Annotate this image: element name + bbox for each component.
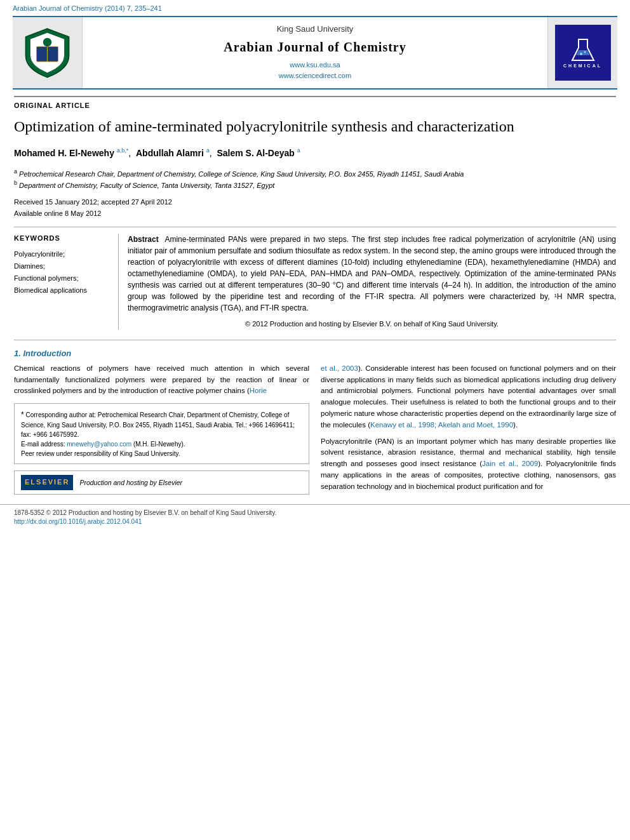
keywords-box: KEYWORDS Polyacrylonitrile; Diamines; Fu…: [14, 234, 119, 330]
header-banner: ١٣٧٧ King Saud University Arabian Journa…: [13, 16, 617, 89]
journal-urls: www.ksu.edu.sa www.sciencedirect.com: [279, 60, 351, 82]
intro-right-para1: et al., 2003). Considerable interest has…: [321, 363, 616, 431]
copyright-line: © 2012 Production and hosting by Elsevie…: [128, 319, 616, 330]
keywords-title: KEYWORDS: [14, 234, 109, 243]
author-3-sup: a: [297, 147, 300, 154]
footnote-box: * Corresponding author at: Petrochemical…: [14, 403, 309, 464]
abstract-text: Amine-terminated PANs were prepared in t…: [128, 235, 616, 312]
body-columns: Chemical reactions of polymers have rece…: [14, 363, 616, 498]
content-area: ORIGINAL ARTICLE Optimization of amine-t…: [0, 90, 630, 504]
keywords-list: Polyacrylonitrile; Diamines; Functional …: [14, 248, 109, 296]
footnote-email: E-mail address: mnewehy@yahoo.com (M.H. …: [21, 439, 302, 449]
ksu-logo-left: ١٣٧٧: [13, 17, 83, 88]
intro-left-para: Chemical reactions of polymers have rece…: [14, 363, 309, 397]
abstract-content: Abstract Amine-terminated PANs were prep…: [128, 234, 616, 330]
intro-heading: 1. Introduction: [14, 348, 616, 359]
chemical-logo-right: CHEMICAL: [547, 17, 617, 88]
elsevier-logo: ELSEVIER: [21, 475, 73, 490]
kw-4: Biomedical applications: [14, 286, 87, 294]
url2[interactable]: www.sciencedirect.com: [279, 72, 351, 79]
elsevier-box: ELSEVIER Production and hosting by Elsev…: [14, 470, 309, 494]
author-3: Salem S. Al-Deyab: [217, 148, 294, 158]
abstract-section: KEYWORDS Polyacrylonitrile; Diamines; Fu…: [14, 227, 616, 330]
chemical-text: CHEMICAL: [563, 63, 602, 69]
kw-2: Diamines;: [14, 262, 45, 270]
col-right: et al., 2003). Considerable interest has…: [321, 363, 616, 498]
svg-marker-6: [576, 50, 590, 55]
affiliations: a Petrochemical Research Chair, Departme…: [14, 168, 616, 190]
footer-doi[interactable]: http://dx.doi.org/10.1016/j.arabjc.2012.…: [14, 518, 142, 525]
journal-link[interactable]: Arabian Journal of Chemistry (2014) 7, 2…: [0, 0, 630, 16]
available-date: Available online 8 May 2012: [14, 210, 101, 217]
dates: Received 15 January 2012; accepted 27 Ap…: [14, 197, 616, 219]
col-left: Chemical reactions of polymers have rece…: [14, 363, 309, 498]
footnote-peer: Peer review under responsibility of King…: [21, 449, 302, 458]
url1[interactable]: www.ksu.edu.sa: [290, 61, 340, 69]
abstract-bottom-divider: [14, 340, 616, 340]
header-center: King Saud University Arabian Journal of …: [83, 17, 547, 88]
footer-issn: 1878-5352 © 2012 Production and hosting …: [14, 509, 616, 517]
article-type-label: ORIGINAL ARTICLE: [14, 96, 616, 110]
elsevier-logo-text: ELSEVIER: [25, 477, 69, 487]
ref-horie: Horie: [250, 387, 267, 394]
ref-etal-2003: et al., 2003: [321, 364, 358, 372]
authors-line: Mohamed H. El-Newehy a,b,*, Abdullah Ala…: [14, 147, 616, 159]
svg-point-8: [584, 51, 586, 53]
article-title: Optimization of amine-terminated polyacr…: [14, 117, 616, 137]
intro-right-para2: Polyacrylonitrile (PAN) is an important …: [321, 436, 616, 493]
elsevier-caption: Production and hosting by Elsevier: [79, 478, 182, 488]
author-1-sup: a,b,*: [117, 147, 129, 154]
ref-kenawy: Kenawy et al., 1998; Akelah and Moet, 19…: [370, 421, 513, 429]
svg-point-7: [580, 53, 582, 55]
received-date: Received 15 January 2012; accepted 27 Ap…: [14, 198, 172, 206]
author-2-sup: a: [206, 147, 210, 154]
university-name: King Saud University: [277, 23, 354, 35]
abstract-label: Abstract: [128, 235, 159, 244]
author-1: Mohamed H. El-Newehy: [14, 148, 114, 158]
kw-3: Functional polymers;: [14, 274, 79, 282]
svg-marker-5: [572, 39, 594, 60]
flask-icon: [571, 36, 595, 63]
page-footer: 1878-5352 © 2012 Production and hosting …: [0, 504, 630, 530]
svg-text:١٣٧٧: ١٣٧٧: [44, 62, 51, 66]
journal-title: Arabian Journal of Chemistry: [224, 38, 406, 56]
kw-1: Polyacrylonitrile;: [14, 250, 65, 258]
ref-jain: Jain et al., 2009: [482, 460, 538, 467]
footnote-corresponding: * Corresponding author at: Petrochemical…: [21, 409, 302, 439]
author-2: Abdullah Alamri: [136, 148, 204, 158]
email-link[interactable]: mnewehy@yahoo.com: [67, 441, 131, 448]
chem-logo-inner: CHEMICAL: [555, 25, 611, 81]
